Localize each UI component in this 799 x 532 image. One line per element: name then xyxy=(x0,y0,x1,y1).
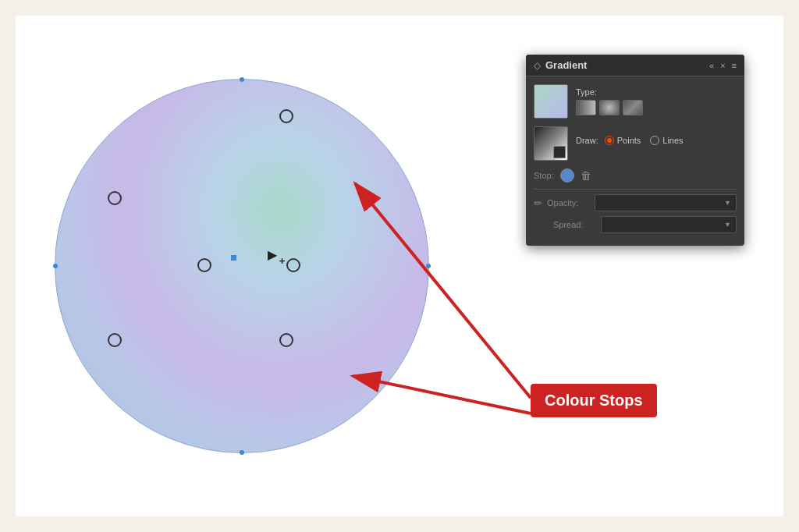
opacity-row: ✏ Opacity: ▼ xyxy=(534,194,737,211)
selection-handle-left[interactable] xyxy=(53,264,58,268)
draw-row: Draw: Points Lines xyxy=(534,126,737,161)
colour-stop-3[interactable] xyxy=(197,258,211,272)
collapse-button[interactable]: « xyxy=(709,61,714,70)
panel-body: Type: Draw: xyxy=(526,76,744,246)
colour-stop-6[interactable] xyxy=(279,333,293,347)
stop-color-swatch[interactable] xyxy=(560,168,574,183)
stops-row: Stop: 🗑 xyxy=(534,168,737,183)
gradient-panel: ◇ Gradient « × ≡ Type: xyxy=(526,55,744,246)
colour-stops-label: Colour Stops xyxy=(531,384,657,417)
type-label: Type: xyxy=(576,87,737,97)
radio-lines[interactable]: Lines xyxy=(650,136,683,145)
panel-title: Gradient xyxy=(545,59,587,71)
draw-options-row: Draw: Points Lines xyxy=(576,136,737,145)
center-handle[interactable] xyxy=(231,255,236,261)
spread-dropdown[interactable]: ▼ xyxy=(601,216,737,233)
stop-delete-button[interactable]: 🗑 xyxy=(581,169,591,182)
close-button[interactable]: × xyxy=(720,61,725,70)
spread-label: Spread: xyxy=(553,220,596,229)
radio-group: Points Lines xyxy=(605,136,684,145)
stops-label: Stop: xyxy=(534,171,554,180)
cursor-plus: + xyxy=(279,255,286,267)
colour-stop-1[interactable] xyxy=(279,109,293,123)
panel-title-right: « × ≡ xyxy=(709,61,737,70)
type-section: Type: xyxy=(576,87,737,115)
spread-row: Spread: ▼ xyxy=(534,216,737,233)
main-canvas: ▶ + ◇ Gradient « × ≡ Type: xyxy=(16,16,783,516)
cursor-arrow: ▶ xyxy=(268,247,277,262)
type-btn-mesh[interactable] xyxy=(623,100,643,115)
radio-points-label: Points xyxy=(617,136,641,145)
gradient-preview-color[interactable] xyxy=(534,84,568,119)
gradient-circle[interactable]: ▶ + xyxy=(55,79,429,453)
radio-points-circle[interactable] xyxy=(605,136,614,145)
type-btn-linear[interactable] xyxy=(576,100,596,115)
colour-stop-2[interactable] xyxy=(108,191,122,205)
panel-divider-1 xyxy=(534,189,737,190)
selection-handle-top[interactable] xyxy=(240,77,244,82)
radio-lines-label: Lines xyxy=(662,136,683,145)
spread-arrow: ▼ xyxy=(724,221,731,229)
radio-points[interactable]: Points xyxy=(605,136,641,145)
opacity-dropdown[interactable]: ▼ xyxy=(595,194,737,211)
colour-stop-5[interactable] xyxy=(108,333,122,347)
colour-stop-4[interactable] xyxy=(286,258,300,272)
radio-lines-circle[interactable] xyxy=(650,136,659,145)
selection-handle-right[interactable] xyxy=(426,264,431,268)
type-btn-radial[interactable] xyxy=(599,100,620,115)
pencil-icon: ✏ xyxy=(534,197,542,209)
type-buttons xyxy=(576,100,737,115)
menu-button[interactable]: ≡ xyxy=(732,61,737,70)
draw-section: Draw: Points Lines xyxy=(576,136,737,151)
panel-title-left: ◇ Gradient xyxy=(534,59,587,71)
gradient-icon: ◇ xyxy=(534,60,541,71)
gradient-preview-mesh[interactable] xyxy=(534,126,568,161)
draw-label: Draw: xyxy=(576,136,598,145)
opacity-label: Opacity: xyxy=(547,198,590,207)
selection-handle-bottom[interactable] xyxy=(240,450,244,455)
type-row: Type: xyxy=(534,84,737,119)
panel-titlebar: ◇ Gradient « × ≡ xyxy=(526,55,744,76)
opacity-arrow: ▼ xyxy=(724,199,731,207)
